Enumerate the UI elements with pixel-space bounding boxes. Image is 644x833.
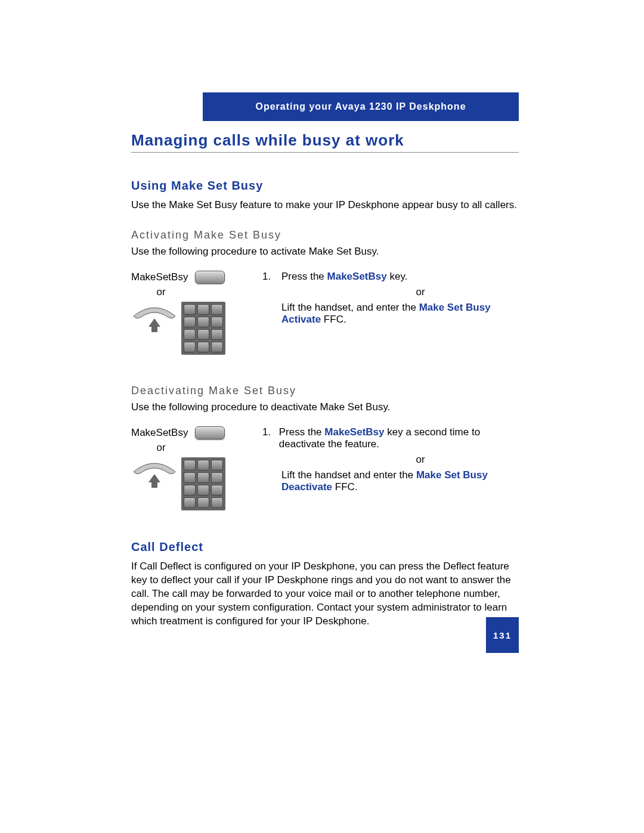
- deactivating-step1: 1. Press the MakeSetBsy key a second tim…: [262, 426, 519, 450]
- deactivating-or-left: or: [131, 442, 191, 454]
- deactivating-handset-keypad: [131, 457, 250, 510]
- section-using-make-set-busy-title: Using Make Set Busy: [131, 179, 519, 193]
- arrow-stem: [151, 326, 157, 332]
- text-fragment: key.: [387, 271, 408, 282]
- arrow-up-icon: [148, 318, 160, 327]
- deactivating-procedure: MakeSetBsy or: [131, 426, 519, 510]
- bold-key-name: MakeSetBsy: [324, 426, 384, 438]
- deactivating-key-label: MakeSetBsy: [131, 427, 188, 439]
- activating-procedure: MakeSetBsy or: [131, 271, 519, 355]
- page-number-box: 131: [486, 617, 519, 653]
- softkey-icon: [195, 271, 225, 284]
- bold-key-name: MakeSetBsy: [327, 271, 387, 282]
- page: Operating your Avaya 1230 IP Deskphone M…: [0, 0, 644, 833]
- deactivating-step1-text: Press the MakeSetBsy key a second time t…: [279, 426, 519, 450]
- activating-handset-keypad: [131, 302, 250, 355]
- text-fragment: Press the: [279, 426, 325, 438]
- activating-step2-text: Lift the handset, and enter the Make Set…: [281, 302, 519, 326]
- arrow-up-icon: [148, 474, 160, 482]
- page-title: Managing calls while busy at work: [131, 131, 519, 153]
- running-header-text: Operating your Avaya 1230 IP Deskphone: [255, 101, 466, 112]
- page-number: 131: [493, 630, 512, 640]
- content-area: Managing calls while busy at work Using …: [131, 125, 519, 632]
- activating-title: Activating Make Set Busy: [131, 229, 519, 241]
- softkey-icon: [195, 426, 225, 439]
- deactivating-step2-text: Lift the handset and enter the Make Set …: [281, 469, 519, 493]
- deactivating-or-right: or: [322, 454, 519, 466]
- running-header: Operating your Avaya 1230 IP Deskphone: [203, 92, 519, 121]
- deactivating-left-col: MakeSetBsy or: [131, 426, 250, 510]
- activating-left-col: MakeSetBsy or: [131, 271, 250, 355]
- section-using-make-set-busy-intro: Use the Make Set Busy feature to make yo…: [131, 199, 519, 212]
- arrow-stem: [151, 482, 157, 488]
- deactivating-title: Deactivating Make Set Busy: [131, 385, 519, 397]
- call-deflect-body: If Call Deflect is configured on your IP…: [131, 560, 519, 628]
- keypad-icon: [181, 302, 225, 355]
- call-deflect-title: Call Deflect: [131, 540, 519, 554]
- step-number: 1.: [262, 426, 272, 450]
- handset-icon: [131, 304, 178, 332]
- handset-icon: [131, 460, 178, 488]
- deactivating-intro: Use the following procedure to deactivat…: [131, 401, 519, 414]
- text-fragment: Lift the handset, and enter the: [281, 302, 419, 313]
- activating-or-left: or: [131, 286, 191, 298]
- activating-or-right: or: [322, 286, 519, 298]
- activating-step1-text: Press the MakeSetBsy key.: [281, 271, 407, 283]
- text-fragment: FFC.: [332, 481, 358, 493]
- activating-key-row: MakeSetBsy: [131, 271, 250, 284]
- activating-step1: 1. Press the MakeSetBsy key.: [262, 271, 519, 283]
- keypad-icon: [181, 457, 225, 510]
- text-fragment: FFC.: [321, 314, 346, 325]
- deactivating-key-row: MakeSetBsy: [131, 426, 250, 439]
- activating-intro: Use the following procedure to activate …: [131, 245, 519, 259]
- step-number: 1.: [262, 271, 274, 283]
- activating-right-col: 1. Press the MakeSetBsy key. or Lift the…: [262, 271, 519, 355]
- text-fragment: Lift the handset and enter the: [281, 469, 416, 481]
- text-fragment: Press the: [281, 271, 327, 282]
- activating-key-label: MakeSetBsy: [131, 271, 188, 283]
- deactivating-right-col: 1. Press the MakeSetBsy key a second tim…: [262, 426, 519, 510]
